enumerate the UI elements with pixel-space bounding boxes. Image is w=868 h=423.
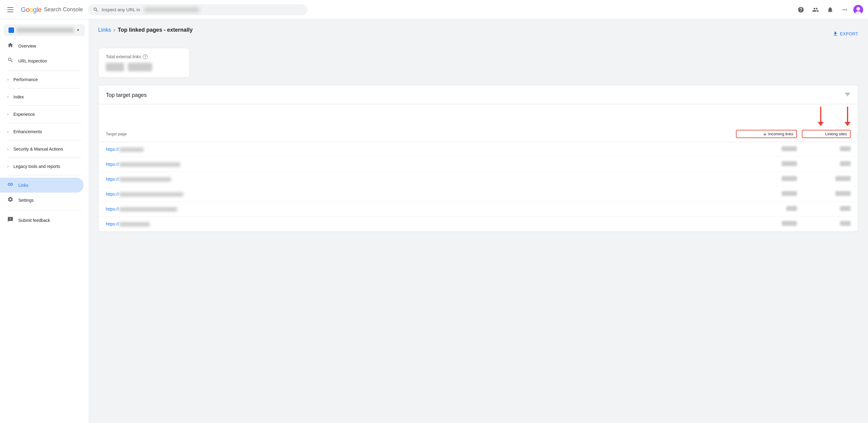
sidebar-divider-7 bbox=[7, 175, 81, 175]
avatar[interactable] bbox=[854, 5, 863, 14]
incoming-value-3 bbox=[782, 176, 797, 181]
sidebar-item-links-label: Links bbox=[18, 183, 28, 188]
arrow-head-2 bbox=[844, 122, 850, 126]
row-incoming-1 bbox=[736, 146, 797, 152]
sidebar-item-security-label: Security & Manual Actions bbox=[13, 147, 63, 152]
menu-button[interactable] bbox=[5, 5, 16, 14]
sidebar-item-settings[interactable]: Settings bbox=[0, 193, 84, 207]
row-linking-3 bbox=[802, 176, 850, 182]
sidebar-divider-8 bbox=[7, 210, 81, 210]
logo: Google Search Console bbox=[21, 6, 83, 14]
incoming-value-6 bbox=[782, 221, 797, 226]
notifications-button[interactable] bbox=[824, 4, 836, 16]
sidebar-item-enhancements-label: Enhancements bbox=[13, 129, 42, 134]
apps-button[interactable] bbox=[839, 4, 851, 16]
chevron-right-icon: › bbox=[7, 77, 8, 82]
chevron-right-icon-6: › bbox=[7, 164, 8, 168]
breadcrumb-parent[interactable]: Links bbox=[98, 27, 111, 33]
sidebar-item-submit-feedback[interactable]: Submit feedback bbox=[0, 213, 84, 228]
linking-value-3 bbox=[835, 176, 850, 181]
row-url-5[interactable]: https:// bbox=[106, 207, 736, 212]
linking-value-6 bbox=[840, 221, 850, 226]
row-incoming-3 bbox=[736, 176, 797, 182]
incoming-value-4 bbox=[782, 191, 797, 196]
table-row: https:// bbox=[98, 217, 858, 232]
table-title: Top target pages bbox=[106, 92, 147, 98]
sidebar-item-index[interactable]: › Index bbox=[0, 91, 88, 103]
row-url-3[interactable]: https:// bbox=[106, 177, 736, 182]
incoming-value-5 bbox=[786, 206, 797, 211]
sidebar-item-legacy[interactable]: › Legacy tools and reports bbox=[0, 160, 88, 172]
search-console-settings-button[interactable] bbox=[809, 4, 822, 16]
row-linking-1 bbox=[802, 146, 850, 152]
stats-value-2 bbox=[128, 63, 152, 71]
property-name bbox=[17, 28, 74, 33]
chevron-right-icon-2: › bbox=[7, 95, 8, 99]
main-content: Links › Top linked pages - externally EX… bbox=[88, 20, 868, 423]
stats-card: Total external links ? bbox=[98, 48, 190, 78]
row-url-2[interactable]: https:// bbox=[106, 162, 736, 167]
row-url-1[interactable]: https:// bbox=[106, 147, 736, 152]
row-linking-6 bbox=[802, 221, 850, 227]
col-target-page: Target page bbox=[106, 132, 736, 136]
sidebar-item-links[interactable]: Links bbox=[0, 178, 84, 193]
sidebar-item-security[interactable]: › Security & Manual Actions bbox=[0, 143, 88, 155]
sidebar-divider-3 bbox=[7, 105, 81, 106]
chevron-right-icon-4: › bbox=[7, 130, 8, 134]
breadcrumb-separator: › bbox=[114, 27, 115, 33]
stats-card-value bbox=[106, 63, 182, 71]
table-row: https:// bbox=[98, 172, 858, 187]
sidebar: ▼ Overview URL inspection › Performance … bbox=[0, 20, 88, 423]
table-row: https:// bbox=[98, 202, 858, 217]
feedback-icon bbox=[7, 216, 13, 224]
chevron-right-icon-5: › bbox=[7, 147, 8, 151]
chevron-right-icon-3: › bbox=[7, 112, 8, 117]
sidebar-item-experience-label: Experience bbox=[13, 112, 35, 117]
help-icon[interactable]: ? bbox=[143, 54, 148, 59]
help-button[interactable] bbox=[795, 4, 807, 16]
property-icon bbox=[8, 27, 14, 33]
table-header-row: Top target pages bbox=[98, 85, 858, 104]
col-linking-sites[interactable]: Linking sites bbox=[802, 130, 850, 138]
arrow-incoming bbox=[818, 107, 824, 126]
row-url-6[interactable]: https:// bbox=[106, 222, 736, 226]
header-actions bbox=[795, 4, 863, 16]
search-bar[interactable]: Inspect any URL in bbox=[88, 4, 307, 15]
property-selector[interactable]: ▼ bbox=[4, 24, 85, 36]
linking-value-5 bbox=[840, 206, 850, 211]
incoming-value-2 bbox=[782, 161, 797, 166]
sidebar-item-overview-label: Overview bbox=[18, 43, 36, 48]
sidebar-item-url-inspection[interactable]: URL inspection bbox=[0, 53, 84, 68]
stats-value-1 bbox=[106, 63, 124, 71]
sidebar-item-overview[interactable]: Overview bbox=[0, 38, 84, 53]
settings-icon bbox=[7, 196, 13, 204]
breadcrumb: Links › Top linked pages - externally bbox=[98, 27, 193, 33]
row-incoming-4 bbox=[736, 191, 797, 197]
breadcrumb-row: Links › Top linked pages - externally EX… bbox=[98, 27, 858, 40]
sidebar-divider-4 bbox=[7, 123, 81, 123]
sidebar-item-performance[interactable]: › Performance bbox=[0, 73, 88, 86]
sidebar-item-url-inspection-label: URL inspection bbox=[18, 59, 47, 63]
row-url-4[interactable]: https:// bbox=[106, 192, 736, 197]
col-linking-label: Linking sites bbox=[825, 132, 847, 136]
sidebar-item-legacy-label: Legacy tools and reports bbox=[13, 164, 60, 169]
arrow-shaft-1 bbox=[820, 107, 822, 122]
sidebar-item-enhancements[interactable]: › Enhancements bbox=[0, 126, 88, 138]
col-incoming-label: Incoming links bbox=[768, 132, 793, 136]
app-title: Search Console bbox=[44, 6, 83, 13]
sidebar-item-experience[interactable]: › Experience bbox=[0, 108, 88, 120]
filter-button[interactable] bbox=[844, 91, 850, 99]
arrow-annotations bbox=[98, 107, 858, 126]
sidebar-item-submit-feedback-label: Submit feedback bbox=[18, 218, 50, 223]
breadcrumb-current: Top linked pages - externally bbox=[118, 27, 193, 33]
row-linking-5 bbox=[802, 206, 850, 212]
col-incoming-links[interactable]: Incoming links bbox=[736, 130, 797, 138]
row-incoming-2 bbox=[736, 161, 797, 167]
table-row: https:// bbox=[98, 142, 858, 157]
sidebar-item-performance-label: Performance bbox=[13, 77, 38, 82]
sidebar-item-index-label: Index bbox=[13, 95, 24, 99]
stats-card-title: Total external links ? bbox=[106, 54, 182, 59]
arrow-shaft-2 bbox=[847, 107, 848, 122]
linking-value-1 bbox=[840, 146, 850, 151]
export-button[interactable]: EXPORT bbox=[833, 31, 858, 37]
